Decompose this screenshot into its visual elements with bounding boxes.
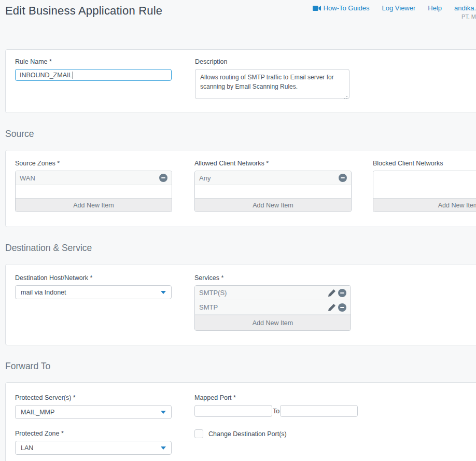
remove-icon[interactable] — [338, 289, 346, 297]
protected-zone-select[interactable]: LAN — [15, 441, 172, 455]
listbox-empty-area — [195, 185, 351, 198]
blocked-client-networks-label: Blocked Client Networks — [373, 160, 476, 167]
change-destination-ports-checkbox[interactable] — [194, 429, 203, 438]
mapped-port-from-input[interactable] — [194, 405, 272, 417]
how-to-guides-link[interactable]: How-To Guides — [313, 4, 370, 12]
service-item: SMTP — [195, 300, 351, 315]
protected-servers-value: MAIL_MMP — [21, 409, 54, 416]
chevron-down-icon — [161, 446, 166, 450]
video-icon — [313, 5, 321, 11]
add-new-item-button[interactable]: Add New Item — [16, 198, 172, 212]
add-new-item-button[interactable]: Add New Item — [195, 315, 351, 330]
service-item-label: SMTP — [199, 303, 218, 311]
destination-host-label: Destination Host/Network * — [15, 274, 172, 282]
remove-icon[interactable] — [159, 174, 167, 182]
add-new-item-button[interactable]: Add New Item — [373, 198, 476, 212]
description-value: Allows routing of SMTP traffic to Email … — [200, 74, 334, 90]
add-new-item-button[interactable]: Add New Item — [195, 198, 351, 212]
log-viewer-link[interactable]: Log Viewer — [382, 4, 416, 12]
general-card: Rule Name * INBOUND_ZMAIL Description Al… — [5, 49, 476, 113]
remove-icon[interactable] — [338, 303, 346, 312]
list-item-label: Any — [199, 174, 211, 182]
help-link[interactable]: Help — [428, 4, 442, 12]
blocked-client-networks-listbox: Add New Item — [373, 171, 476, 212]
remove-icon[interactable] — [339, 174, 347, 182]
services-listbox: SMTP(S) SMTP — [194, 285, 351, 331]
destination-card: Destination Host/Network * mail via Indo… — [5, 264, 476, 345]
description-label: Description — [195, 58, 349, 65]
forward-card: Protected Server(s) * MAIL_MMP Mapped Po… — [5, 382, 476, 461]
rule-name-value: INBOUND_ZMAIL — [20, 72, 72, 79]
user-menu-link[interactable]: andika. — [454, 4, 476, 12]
edit-icon[interactable] — [328, 304, 335, 311]
edit-icon[interactable] — [328, 289, 335, 297]
list-item: Any — [195, 171, 351, 185]
rule-name-input[interactable]: INBOUND_ZMAIL — [15, 69, 172, 81]
text-cursor — [73, 72, 73, 79]
protected-servers-select[interactable]: MAIL_MMP — [15, 405, 172, 419]
mapped-port-to-input[interactable] — [280, 405, 358, 417]
resize-grip-icon[interactable] — [346, 96, 347, 97]
allowed-client-networks-label: Allowed Client Networks * — [194, 160, 352, 167]
section-heading-destination: Destination & Service — [5, 243, 476, 254]
destination-host-value: mail via Indonet — [21, 289, 66, 296]
protected-zone-label: Protected Zone * — [15, 430, 172, 437]
destination-host-select[interactable]: mail via Indonet — [15, 285, 172, 299]
protected-servers-label: Protected Server(s) * — [15, 394, 172, 401]
mapped-port-label: Mapped Port * — [194, 394, 358, 401]
listbox-empty-area — [373, 171, 476, 198]
section-heading-forward: Forward To — [5, 361, 476, 372]
header-right: How-To Guides Log Viewer Help andika. PT… — [313, 4, 476, 20]
list-item-label: WAN — [20, 174, 35, 182]
rule-name-label: Rule Name * — [15, 58, 172, 65]
services-label: Services * — [194, 274, 351, 282]
change-destination-ports-label: Change Destination Port(s) — [208, 430, 287, 438]
section-heading-source: Source — [5, 129, 476, 139]
source-zones-label: Source Zones * — [15, 160, 172, 167]
protected-zone-value: LAN — [21, 444, 33, 452]
chevron-down-icon — [161, 411, 166, 414]
page-header: Edit Business Application Rule How-To Gu… — [0, 0, 476, 49]
how-to-guides-label: How-To Guides — [324, 4, 370, 12]
service-item-label: SMTP(S) — [199, 289, 227, 297]
service-item: SMTP(S) — [195, 286, 351, 300]
chevron-down-icon — [161, 291, 166, 294]
source-card: Source Zones * WAN Add New Item Allowed … — [5, 150, 476, 227]
allowed-client-networks-listbox: Any Add New Item — [194, 171, 352, 212]
list-item: WAN — [16, 171, 172, 185]
to-label: To — [273, 408, 279, 415]
description-textarea[interactable]: Allows routing of SMTP traffic to Email … — [195, 69, 349, 99]
organization-label: PT. M — [313, 13, 476, 20]
listbox-empty-area — [16, 185, 172, 198]
source-zones-listbox: WAN Add New Item — [15, 171, 172, 212]
header-links: How-To Guides Log Viewer Help andika. — [313, 4, 476, 12]
